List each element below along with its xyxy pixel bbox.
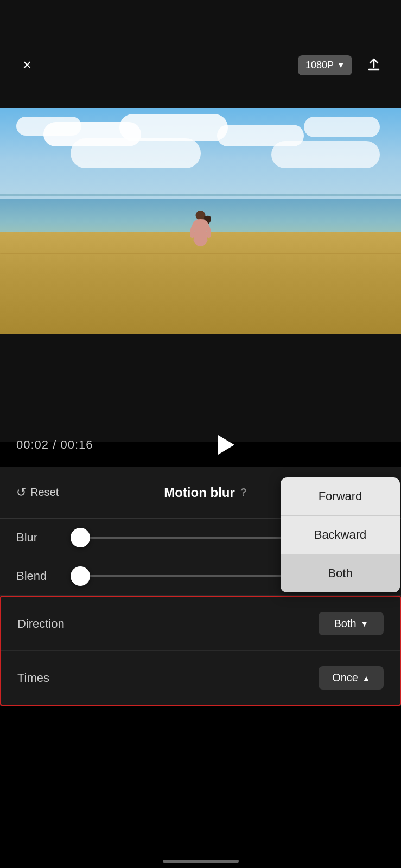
- times-value: Once: [332, 672, 358, 684]
- controls-panel: ↺ Reset Motion blur ? ✓ Blur Blend Direc…: [0, 467, 401, 706]
- direction-value: Both: [334, 617, 356, 630]
- dropdown-item-backward[interactable]: Backward: [281, 516, 400, 554]
- times-row: Times Once ▲: [1, 651, 400, 705]
- cloud-3: [119, 114, 228, 141]
- cloud-7: [71, 138, 201, 168]
- times-chevron: ▲: [362, 674, 370, 682]
- header-right: 1080P ▼: [298, 54, 385, 76]
- current-time: 00:02: [16, 438, 49, 451]
- video-preview: [0, 108, 401, 334]
- resolution-label: 1080P: [305, 60, 334, 71]
- panel-title: Motion blur ?: [164, 485, 247, 500]
- playback-bar: 00:02 / 00:16: [0, 429, 401, 461]
- bottom-black-area: [0, 334, 401, 442]
- blend-thumb[interactable]: [71, 566, 90, 586]
- direction-chevron: ▼: [361, 620, 368, 628]
- beach-scene: [0, 108, 401, 334]
- reset-button[interactable]: ↺ Reset: [16, 486, 59, 500]
- close-button[interactable]: ×: [16, 54, 38, 76]
- play-icon: [218, 435, 234, 455]
- resolution-chevron: ▼: [337, 61, 345, 69]
- header: × 1080P ▼: [0, 0, 401, 108]
- home-indicator: [163, 860, 239, 863]
- time-display: 00:02 / 00:16: [16, 438, 93, 452]
- reset-icon: ↺: [16, 486, 26, 500]
- direction-row: Direction Forward Backward Both Both ▼: [1, 597, 400, 651]
- title-text: Motion blur: [164, 485, 235, 500]
- direction-dropdown-menu: Forward Backward Both: [281, 477, 400, 592]
- horizon: [0, 194, 401, 196]
- export-button[interactable]: [363, 54, 385, 76]
- direction-label: Direction: [17, 617, 65, 631]
- settings-section: Direction Forward Backward Both Both ▼ T…: [0, 596, 401, 706]
- total-time: 00:16: [60, 438, 93, 451]
- times-value-button[interactable]: Once ▲: [319, 666, 384, 690]
- play-button[interactable]: [212, 431, 239, 458]
- cloud-5: [304, 117, 380, 137]
- blend-label: Blend: [16, 569, 60, 583]
- person-silhouette: [186, 211, 215, 271]
- reset-label: Reset: [30, 486, 59, 499]
- blur-thumb[interactable]: [71, 528, 90, 547]
- dropdown-item-forward[interactable]: Forward: [281, 477, 400, 516]
- direction-value-button[interactable]: Both ▼: [319, 612, 384, 635]
- resolution-button[interactable]: 1080P ▼: [298, 55, 352, 75]
- help-icon[interactable]: ?: [240, 486, 247, 499]
- times-label: Times: [17, 671, 49, 685]
- cloud-6: [271, 141, 380, 168]
- dropdown-item-both[interactable]: Both: [281, 554, 400, 592]
- blur-label: Blur: [16, 531, 60, 545]
